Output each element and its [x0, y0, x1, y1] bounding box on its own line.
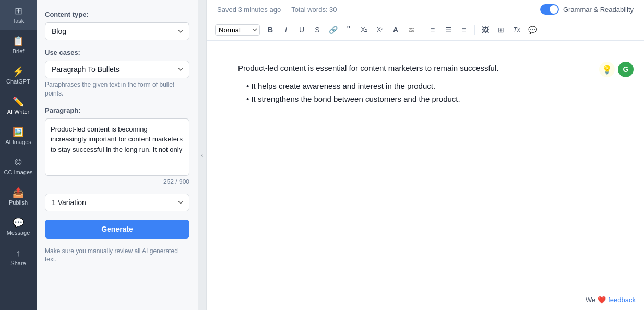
image-button[interactable]: 🖼 [478, 22, 493, 37]
share-icon: ↑ [16, 248, 21, 258]
nav-label-brief: Brief [13, 48, 25, 54]
message-icon: 💬 [13, 218, 24, 228]
grammarly-icon[interactable]: G [618, 62, 634, 77]
main-editor: Saved 3 minutes ago Total words: 30 Gram… [207, 0, 644, 310]
grammar-label: Grammar & Readability [563, 6, 634, 14]
grammar-toggle[interactable] [540, 4, 559, 15]
underline-button[interactable]: U [294, 22, 309, 37]
variation-select[interactable]: 1 Variation 2 Variations 3 Variations [45, 194, 189, 211]
ai-writer-icon: ✏️ [13, 97, 24, 106]
use-cases-label: Use cases: [45, 49, 189, 56]
paragraph-label: Paragraph: [45, 106, 189, 114]
nav-label-ai-writer: AI Writer [7, 109, 30, 115]
chatgpt-icon: ⚡ [13, 67, 24, 76]
clear-format-button[interactable]: Tx [509, 22, 524, 37]
nav-label-task: Task [13, 18, 25, 24]
grammar-toggle-wrap: Grammar & Readability [540, 4, 634, 15]
feedback-heart-icon: ❤️ [598, 296, 606, 304]
toolbar-divider-1 [422, 25, 422, 35]
feedback-link[interactable]: feedback [608, 296, 636, 304]
feedback-bar: We ❤️ feedback [586, 296, 636, 304]
brief-icon: 📋 [13, 37, 24, 46]
char-count: 252 / 900 [45, 178, 189, 185]
paragraph-textarea[interactable]: Product-led content is becoming increasi… [45, 118, 189, 176]
highlight-button[interactable]: ≋ [404, 22, 419, 37]
table-button[interactable]: ⊞ [494, 22, 508, 37]
nav-item-cc-images[interactable]: ©️ CC Images [0, 151, 37, 182]
comment-button[interactable]: 💬 [525, 22, 540, 37]
nav-label-publish: Publish [9, 199, 28, 206]
editor-content-area[interactable]: Product-led content is essential for con… [207, 41, 644, 310]
ai-floating-icons: 💡 G [599, 62, 634, 77]
font-color-button[interactable]: A [388, 22, 403, 37]
sidebar-panel: Content type: Blog Article Social Post U… [37, 0, 198, 310]
bold-button[interactable]: B [263, 22, 278, 37]
nav-label-message: Message [7, 230, 30, 236]
task-icon: ⊞ [15, 6, 22, 16]
editor-paragraph: Product-led content is essential for con… [238, 62, 613, 75]
nav-item-chatgpt[interactable]: ⚡ ChatGPT [0, 61, 37, 91]
nav-item-message[interactable]: 💬 Message [0, 212, 37, 242]
left-navigation: ⊞ Task 📋 Brief ⚡ ChatGPT ✏️ AI Writer 🖼️… [0, 0, 37, 310]
publish-icon: 📤 [13, 188, 24, 197]
nav-item-ai-images[interactable]: 🖼️ AI Images [0, 121, 37, 151]
editor-bullets: • It helps create awareness and interest… [238, 79, 613, 106]
ordered-list-button[interactable]: ≡ [425, 22, 440, 37]
editor-bullet-2: • It strengthens the bond between custom… [238, 92, 613, 106]
nav-item-ai-writer[interactable]: ✏️ AI Writer [0, 91, 37, 121]
editor-toolbar: Normal Heading 1 Heading 2 Heading 3 B I… [207, 19, 644, 41]
nav-item-share[interactable]: ↑ Share [0, 242, 37, 272]
nav-item-brief[interactable]: 📋 Brief [0, 30, 37, 61]
superscript-button[interactable]: X² [373, 22, 387, 37]
align-button[interactable]: ≡ [457, 22, 471, 37]
toolbar-divider-2 [474, 25, 475, 35]
chevron-left-icon: ‹ [201, 152, 203, 158]
generate-button[interactable]: Generate [45, 220, 189, 239]
quote-button[interactable]: " [341, 22, 356, 37]
editor-topbar: Saved 3 minutes ago Total words: 30 Gram… [207, 0, 644, 19]
link-button[interactable]: 🔗 [326, 22, 340, 37]
nav-label-cc-images: CC Images [4, 169, 32, 175]
text-style-select[interactable]: Normal Heading 1 Heading 2 Heading 3 [215, 24, 260, 36]
ai-bulb-icon[interactable]: 💡 [599, 62, 615, 77]
use-case-select[interactable]: Paragraph To Bullets Summarize Expand [45, 61, 189, 78]
word-count: Total words: 30 [291, 6, 337, 14]
use-case-hint: Paraphrases the given text in the form o… [45, 80, 189, 98]
feedback-we: We [586, 296, 595, 304]
editor-bullet-1: • It helps create awareness and interest… [238, 79, 613, 93]
disclaimer-text: Make sure you manually review all AI gen… [45, 247, 189, 265]
content-type-select[interactable]: Blog Article Social Post [45, 22, 189, 40]
nav-label-share: Share [10, 260, 26, 266]
saved-status: Saved 3 minutes ago [217, 6, 281, 14]
toggle-knob [550, 5, 558, 14]
nav-item-publish[interactable]: 📤 Publish [0, 182, 37, 212]
nav-item-task[interactable]: ⊞ Task [0, 0, 37, 30]
strikethrough-button[interactable]: S [310, 22, 325, 37]
ai-images-icon: 🖼️ [13, 127, 24, 137]
sidebar-collapse-handle[interactable]: ‹ [198, 0, 207, 310]
content-type-label: Content type: [45, 10, 189, 18]
cc-images-icon: ©️ [15, 158, 21, 167]
nav-label-chatgpt: ChatGPT [6, 78, 30, 85]
unordered-list-button[interactable]: ☰ [441, 22, 456, 37]
nav-label-ai-images: AI Images [5, 139, 31, 145]
subscript-button[interactable]: X₂ [357, 22, 372, 37]
italic-button[interactable]: I [279, 22, 293, 37]
